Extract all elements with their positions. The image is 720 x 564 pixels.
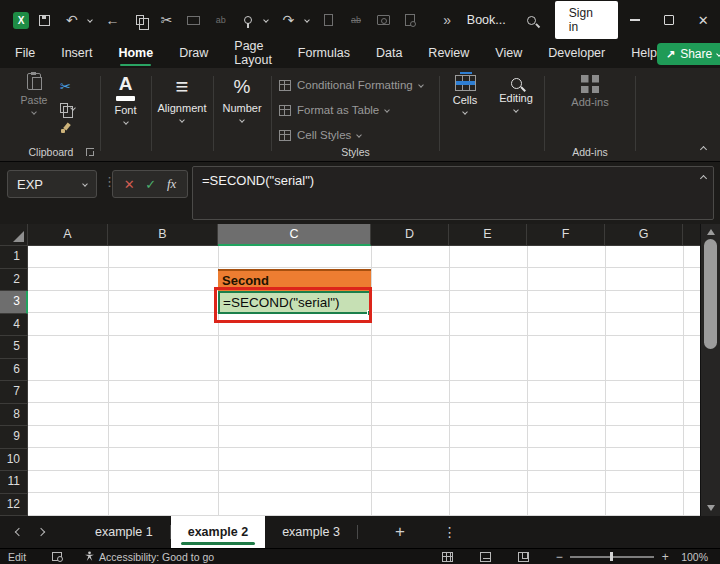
clipboard-dialog-launcher[interactable] [86, 148, 94, 156]
tab-home[interactable]: Home [118, 41, 153, 67]
redo-menu-chevron-icon[interactable] [300, 8, 313, 32]
undo-menu-chevron-icon[interactable] [84, 8, 97, 32]
sheet-tab-example-3[interactable]: example 3 [265, 516, 357, 548]
row-header-11[interactable]: 11 [0, 471, 28, 494]
number-button[interactable]: % Number [214, 68, 270, 122]
cut-icon[interactable]: ✂ [155, 8, 178, 32]
copy-button[interactable] [60, 97, 94, 118]
tab-review[interactable]: Review [428, 41, 469, 67]
scroll-up-icon[interactable] [707, 229, 715, 235]
row-header-7[interactable]: 7 [0, 381, 28, 404]
grid-body[interactable]: Second =SECOND("serial") [28, 246, 700, 516]
row-header-5[interactable]: 5 [0, 336, 28, 359]
back-icon[interactable]: ← [101, 8, 124, 32]
row-header-4[interactable]: 4 [0, 314, 28, 337]
vertical-scrollbar-thumb[interactable] [704, 239, 717, 349]
translate-icon[interactable]: ab [209, 8, 232, 32]
scroll-down-icon[interactable] [707, 505, 715, 511]
font-button[interactable]: A Font [102, 68, 149, 124]
column-header-e[interactable]: E [449, 224, 527, 246]
touch-mode-icon[interactable] [236, 8, 259, 32]
copy-icon[interactable] [128, 8, 151, 32]
fill-handle[interactable] [367, 310, 373, 316]
column-header-f[interactable]: F [527, 224, 605, 246]
row-header-9[interactable]: 9 [0, 426, 28, 449]
row-header-1[interactable]: 1 [0, 246, 28, 269]
paste-button[interactable]: Paste [12, 73, 56, 114]
save-icon[interactable] [33, 8, 56, 32]
share-button[interactable]: ↗ Share [657, 43, 720, 65]
cells-button[interactable]: Cells [441, 68, 489, 114]
zoom-slider-handle[interactable] [610, 552, 613, 561]
new-sheet-button[interactable]: + [388, 522, 412, 542]
sign-in-button[interactable]: Sign in [555, 1, 618, 39]
row-header-12[interactable]: 12 [0, 494, 28, 517]
alignment-button[interactable]: ≡ Alignment [152, 68, 212, 122]
close-button[interactable]: ✕ [686, 4, 720, 36]
cancel-entry-button[interactable]: ✕ [124, 177, 135, 192]
zoom-level[interactable]: 100% [681, 551, 708, 563]
strikethrough-icon[interactable]: ab [344, 8, 367, 32]
vertical-scrollbar[interactable] [700, 224, 720, 516]
tab-view[interactable]: View [495, 41, 522, 67]
tab-data[interactable]: Data [376, 41, 402, 67]
redo-icon[interactable]: ↷ [277, 8, 300, 32]
zoom-in-button[interactable]: + [659, 550, 671, 564]
zoom-slider[interactable] [570, 556, 654, 558]
next-sheet-button[interactable] [30, 521, 52, 543]
tab-draw[interactable]: Draw [179, 41, 208, 67]
column-header-b[interactable]: B [108, 224, 218, 246]
macro-record-icon[interactable] [52, 552, 62, 561]
touch-mode-chevron-icon[interactable] [259, 8, 272, 32]
row-header-6[interactable]: 6 [0, 359, 28, 382]
camera-icon[interactable] [372, 8, 395, 32]
collapse-ribbon-button[interactable] [700, 146, 707, 153]
row-header-2[interactable]: 2 [0, 269, 28, 292]
cell-C2[interactable]: Second [218, 269, 371, 292]
page-break-view-icon[interactable] [518, 552, 529, 562]
select-all-button[interactable] [0, 224, 28, 246]
conditional-formatting-button[interactable]: Conditional Formatting [279, 75, 423, 95]
column-header-d[interactable]: D [371, 224, 449, 246]
document-inspect-icon[interactable] [399, 8, 422, 32]
name-box[interactable]: EXP [7, 170, 97, 198]
cut-button[interactable]: ✂ [60, 76, 94, 97]
tab-insert[interactable]: Insert [61, 41, 92, 67]
clipboard-group: Paste ✂ Clipboard [4, 68, 98, 161]
confirm-entry-button[interactable]: ✓ [145, 177, 156, 192]
normal-view-icon[interactable] [442, 552, 453, 562]
accessibility-status[interactable]: Accessibility: Good to go [84, 551, 214, 563]
maximize-button[interactable] [652, 4, 686, 36]
column-header-partial[interactable] [683, 224, 700, 246]
quick-access-overflow-icon[interactable]: » [436, 8, 459, 32]
tab-file[interactable]: File [15, 41, 35, 67]
tab-developer[interactable]: Developer [548, 41, 605, 67]
column-header-c[interactable]: C [218, 224, 371, 246]
tab-formulas[interactable]: Formulas [298, 41, 350, 67]
new-document-icon[interactable] [317, 8, 340, 32]
sheet-tab-example-2-active[interactable]: example 2 [171, 516, 265, 548]
search-icon[interactable] [520, 8, 543, 32]
cell-styles-button[interactable]: Cell Styles [279, 125, 361, 145]
row-header-3[interactable]: 3 [0, 291, 28, 314]
page-layout-view-icon[interactable] [480, 552, 491, 562]
format-as-table-button[interactable]: Format as Table [279, 100, 389, 120]
format-painter-button[interactable] [60, 118, 94, 139]
row-header-10[interactable]: 10 [0, 449, 28, 472]
cell-C3-active[interactable]: =SECOND("serial") [218, 291, 371, 314]
addins-button[interactable]: Add-ins [546, 68, 634, 108]
mail-icon[interactable] [182, 8, 205, 32]
formula-input[interactable]: =SECOND("serial") [192, 166, 714, 220]
sheet-tab-example-1[interactable]: example 1 [78, 516, 170, 548]
editing-button[interactable]: Editing [490, 68, 542, 112]
undo-icon[interactable]: ↶ [60, 8, 83, 32]
previous-sheet-button[interactable] [8, 521, 30, 543]
insert-function-button[interactable]: fx [167, 176, 176, 192]
tab-help[interactable]: Help [631, 41, 657, 67]
row-header-8[interactable]: 8 [0, 404, 28, 427]
zoom-out-button[interactable]: − [553, 550, 565, 564]
sheet-options-button[interactable]: ⋮ [440, 524, 460, 540]
column-header-a[interactable]: A [28, 224, 108, 246]
column-header-g[interactable]: G [605, 224, 683, 246]
minimize-button[interactable] [618, 4, 652, 36]
